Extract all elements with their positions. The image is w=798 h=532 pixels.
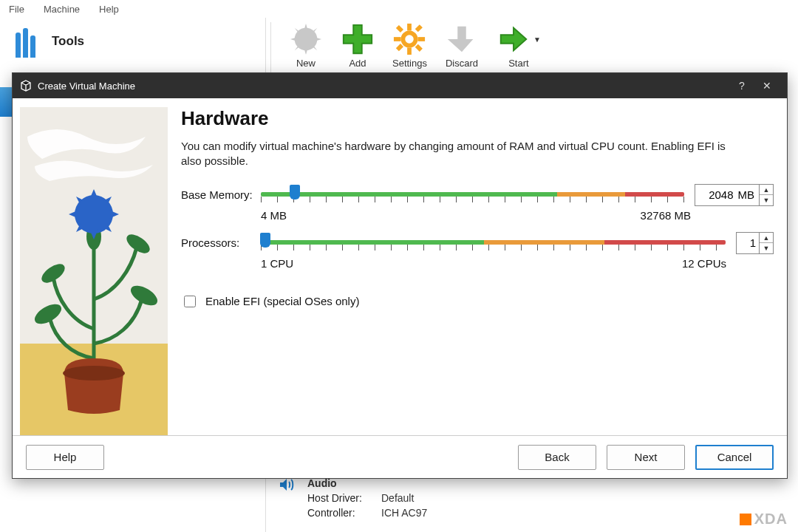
page-description: You can modify virtual machine's hardwar… xyxy=(181,139,743,169)
svg-marker-27 xyxy=(109,210,119,219)
processors-input[interactable] xyxy=(737,235,759,250)
efi-label: Enable EFI (special OSes only) xyxy=(205,295,359,307)
processors-step-down[interactable]: ▼ xyxy=(760,243,773,253)
processors-label: Processors: xyxy=(181,236,261,249)
gear-icon xyxy=(392,22,426,56)
svg-rect-17 xyxy=(396,44,403,51)
memory-slider[interactable] xyxy=(261,186,684,204)
help-footer-button[interactable]: Help xyxy=(26,445,104,470)
svg-rect-15 xyxy=(415,44,423,52)
menu-bar: File Machine Help xyxy=(0,0,798,18)
memory-min: 4 MB xyxy=(261,209,287,222)
tools-icon xyxy=(9,25,41,58)
vm-details-audio: Audio Host Driver:Default Controller:ICH… xyxy=(273,473,798,532)
plus-icon xyxy=(341,22,375,56)
svg-rect-12 xyxy=(394,37,401,41)
svg-point-9 xyxy=(403,33,416,45)
processors-min: 1 CPU xyxy=(261,257,293,270)
toolbar-add[interactable]: Add xyxy=(341,22,375,69)
memory-unit: MB xyxy=(737,188,760,201)
svg-rect-13 xyxy=(418,37,426,41)
memory-label: Base Memory: xyxy=(181,188,261,201)
tools-row[interactable]: Tools xyxy=(0,18,265,65)
svg-marker-3 xyxy=(290,37,298,41)
svg-rect-11 xyxy=(408,48,412,55)
efi-checkbox-row[interactable]: Enable EFI (special OSes only) xyxy=(181,293,774,310)
memory-max: 32768 MB xyxy=(641,209,691,222)
svg-point-32 xyxy=(63,366,125,381)
toolbar-new[interactable]: New xyxy=(289,22,323,69)
memory-input[interactable] xyxy=(695,187,737,202)
down-arrow-icon xyxy=(445,22,479,56)
dialog-titlebar: Create Virtual Machine ? ✕ xyxy=(13,73,787,98)
help-button[interactable]: ? xyxy=(729,80,754,92)
processors-spinbox[interactable]: ▲▼ xyxy=(736,232,774,254)
cube-icon xyxy=(20,80,32,92)
tools-label: Tools xyxy=(52,34,84,49)
svg-rect-10 xyxy=(408,24,412,31)
processors-step-up[interactable]: ▲ xyxy=(760,233,773,243)
dialog-title: Create Virtual Machine xyxy=(38,81,135,92)
memory-step-down[interactable]: ▼ xyxy=(760,195,773,205)
memory-spinbox[interactable]: MB ▲▼ xyxy=(695,184,774,206)
svg-marker-1 xyxy=(304,24,308,31)
toolbar-settings[interactable]: Settings xyxy=(392,22,427,69)
dialog-content: Hardware You can modify virtual machine'… xyxy=(181,98,787,435)
svg-marker-2 xyxy=(304,48,308,55)
svg-marker-4 xyxy=(315,37,322,41)
processors-slider[interactable] xyxy=(261,234,726,252)
cancel-button[interactable]: Cancel xyxy=(695,445,774,470)
menu-file[interactable]: File xyxy=(4,2,29,16)
svg-point-19 xyxy=(123,231,153,256)
svg-marker-24 xyxy=(89,189,98,200)
svg-marker-26 xyxy=(69,210,79,219)
chevron-down-icon[interactable]: ▼ xyxy=(533,35,541,44)
processors-max: 12 CPUs xyxy=(682,257,726,270)
svg-rect-16 xyxy=(415,24,423,32)
svg-point-21 xyxy=(32,300,65,327)
svg-rect-14 xyxy=(396,25,403,33)
starburst-icon xyxy=(289,22,323,56)
back-button[interactable]: Back xyxy=(518,445,596,470)
menu-machine[interactable]: Machine xyxy=(39,2,84,16)
menu-help[interactable]: Help xyxy=(95,2,123,16)
right-arrow-icon xyxy=(497,22,531,56)
toolbar-start[interactable]: ▼ Start xyxy=(497,22,541,69)
memory-step-up[interactable]: ▲ xyxy=(760,185,773,195)
next-button[interactable]: Next xyxy=(607,445,685,470)
processors-slider-thumb[interactable] xyxy=(260,233,270,248)
toolbar-discard[interactable]: Discard xyxy=(445,22,479,69)
create-vm-dialog: Create Virtual Machine ? ✕ xyxy=(12,72,788,479)
watermark: XDA xyxy=(740,511,788,528)
dialog-footer: Help Back Next Cancel xyxy=(13,435,787,478)
efi-checkbox[interactable] xyxy=(184,296,196,307)
page-heading: Hardware xyxy=(181,107,774,130)
memory-slider-thumb[interactable] xyxy=(290,185,300,200)
close-button[interactable]: ✕ xyxy=(754,80,780,92)
wizard-illustration xyxy=(20,107,168,435)
svg-point-20 xyxy=(128,282,161,309)
